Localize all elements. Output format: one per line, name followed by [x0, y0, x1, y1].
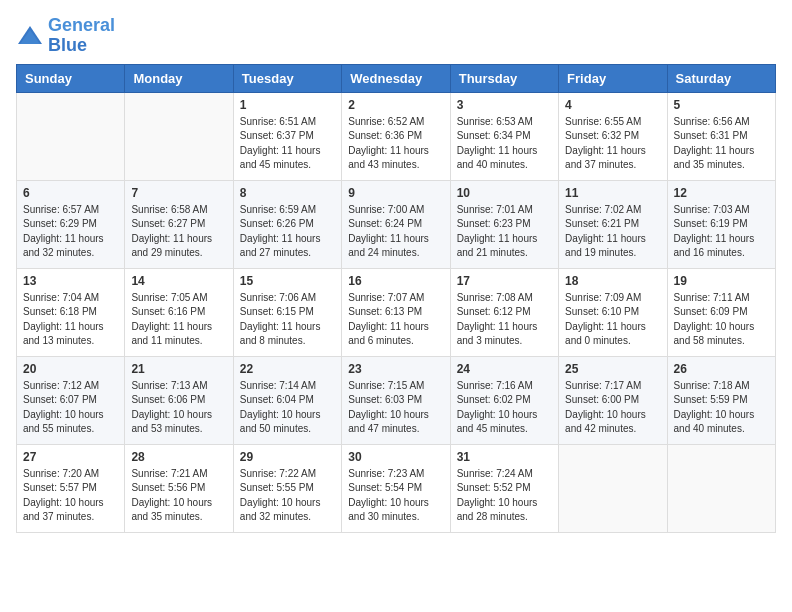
logo: General Blue — [16, 16, 115, 56]
day-info: Sunrise: 6:59 AMSunset: 6:26 PMDaylight:… — [240, 203, 335, 261]
day-info: Sunrise: 7:05 AMSunset: 6:16 PMDaylight:… — [131, 291, 226, 349]
day-number: 15 — [240, 274, 335, 288]
day-number: 12 — [674, 186, 769, 200]
day-info: Sunrise: 7:24 AMSunset: 5:52 PMDaylight:… — [457, 467, 552, 525]
calendar-cell: 14Sunrise: 7:05 AMSunset: 6:16 PMDayligh… — [125, 268, 233, 356]
page-header: General Blue — [16, 16, 776, 56]
day-number: 14 — [131, 274, 226, 288]
calendar-cell — [125, 92, 233, 180]
calendar-cell: 25Sunrise: 7:17 AMSunset: 6:00 PMDayligh… — [559, 356, 667, 444]
calendar-cell: 2Sunrise: 6:52 AMSunset: 6:36 PMDaylight… — [342, 92, 450, 180]
day-info: Sunrise: 7:15 AMSunset: 6:03 PMDaylight:… — [348, 379, 443, 437]
calendar-cell: 9Sunrise: 7:00 AMSunset: 6:24 PMDaylight… — [342, 180, 450, 268]
day-info: Sunrise: 7:02 AMSunset: 6:21 PMDaylight:… — [565, 203, 660, 261]
day-info: Sunrise: 6:55 AMSunset: 6:32 PMDaylight:… — [565, 115, 660, 173]
day-info: Sunrise: 6:52 AMSunset: 6:36 PMDaylight:… — [348, 115, 443, 173]
calendar-cell: 3Sunrise: 6:53 AMSunset: 6:34 PMDaylight… — [450, 92, 558, 180]
day-number: 29 — [240, 450, 335, 464]
calendar-cell: 12Sunrise: 7:03 AMSunset: 6:19 PMDayligh… — [667, 180, 775, 268]
day-info: Sunrise: 7:20 AMSunset: 5:57 PMDaylight:… — [23, 467, 118, 525]
calendar-cell: 13Sunrise: 7:04 AMSunset: 6:18 PMDayligh… — [17, 268, 125, 356]
day-number: 22 — [240, 362, 335, 376]
calendar-cell: 22Sunrise: 7:14 AMSunset: 6:04 PMDayligh… — [233, 356, 341, 444]
calendar-table: SundayMondayTuesdayWednesdayThursdayFrid… — [16, 64, 776, 533]
day-info: Sunrise: 7:04 AMSunset: 6:18 PMDaylight:… — [23, 291, 118, 349]
calendar-cell: 26Sunrise: 7:18 AMSunset: 5:59 PMDayligh… — [667, 356, 775, 444]
calendar-cell: 31Sunrise: 7:24 AMSunset: 5:52 PMDayligh… — [450, 444, 558, 532]
day-number: 28 — [131, 450, 226, 464]
day-number: 5 — [674, 98, 769, 112]
day-header-wednesday: Wednesday — [342, 64, 450, 92]
day-number: 13 — [23, 274, 118, 288]
day-number: 9 — [348, 186, 443, 200]
day-info: Sunrise: 7:06 AMSunset: 6:15 PMDaylight:… — [240, 291, 335, 349]
day-number: 3 — [457, 98, 552, 112]
day-info: Sunrise: 7:18 AMSunset: 5:59 PMDaylight:… — [674, 379, 769, 437]
day-number: 1 — [240, 98, 335, 112]
day-info: Sunrise: 6:57 AMSunset: 6:29 PMDaylight:… — [23, 203, 118, 261]
calendar-cell: 24Sunrise: 7:16 AMSunset: 6:02 PMDayligh… — [450, 356, 558, 444]
day-info: Sunrise: 7:22 AMSunset: 5:55 PMDaylight:… — [240, 467, 335, 525]
calendar-cell: 21Sunrise: 7:13 AMSunset: 6:06 PMDayligh… — [125, 356, 233, 444]
day-number: 8 — [240, 186, 335, 200]
day-info: Sunrise: 7:23 AMSunset: 5:54 PMDaylight:… — [348, 467, 443, 525]
day-info: Sunrise: 7:12 AMSunset: 6:07 PMDaylight:… — [23, 379, 118, 437]
calendar-cell: 11Sunrise: 7:02 AMSunset: 6:21 PMDayligh… — [559, 180, 667, 268]
calendar-cell: 16Sunrise: 7:07 AMSunset: 6:13 PMDayligh… — [342, 268, 450, 356]
day-info: Sunrise: 6:58 AMSunset: 6:27 PMDaylight:… — [131, 203, 226, 261]
calendar-week-row: 6Sunrise: 6:57 AMSunset: 6:29 PMDaylight… — [17, 180, 776, 268]
calendar-cell — [667, 444, 775, 532]
calendar-cell: 6Sunrise: 6:57 AMSunset: 6:29 PMDaylight… — [17, 180, 125, 268]
day-number: 21 — [131, 362, 226, 376]
calendar-cell: 7Sunrise: 6:58 AMSunset: 6:27 PMDaylight… — [125, 180, 233, 268]
calendar-cell: 4Sunrise: 6:55 AMSunset: 6:32 PMDaylight… — [559, 92, 667, 180]
day-number: 16 — [348, 274, 443, 288]
day-info: Sunrise: 7:11 AMSunset: 6:09 PMDaylight:… — [674, 291, 769, 349]
day-number: 2 — [348, 98, 443, 112]
day-info: Sunrise: 7:16 AMSunset: 6:02 PMDaylight:… — [457, 379, 552, 437]
day-info: Sunrise: 6:53 AMSunset: 6:34 PMDaylight:… — [457, 115, 552, 173]
day-info: Sunrise: 6:56 AMSunset: 6:31 PMDaylight:… — [674, 115, 769, 173]
calendar-cell: 30Sunrise: 7:23 AMSunset: 5:54 PMDayligh… — [342, 444, 450, 532]
day-header-monday: Monday — [125, 64, 233, 92]
calendar-cell: 23Sunrise: 7:15 AMSunset: 6:03 PMDayligh… — [342, 356, 450, 444]
day-info: Sunrise: 7:09 AMSunset: 6:10 PMDaylight:… — [565, 291, 660, 349]
day-number: 25 — [565, 362, 660, 376]
day-number: 24 — [457, 362, 552, 376]
calendar-cell: 27Sunrise: 7:20 AMSunset: 5:57 PMDayligh… — [17, 444, 125, 532]
day-number: 23 — [348, 362, 443, 376]
calendar-cell: 15Sunrise: 7:06 AMSunset: 6:15 PMDayligh… — [233, 268, 341, 356]
day-info: Sunrise: 7:00 AMSunset: 6:24 PMDaylight:… — [348, 203, 443, 261]
calendar-cell: 1Sunrise: 6:51 AMSunset: 6:37 PMDaylight… — [233, 92, 341, 180]
calendar-cell: 20Sunrise: 7:12 AMSunset: 6:07 PMDayligh… — [17, 356, 125, 444]
day-number: 6 — [23, 186, 118, 200]
day-info: Sunrise: 7:03 AMSunset: 6:19 PMDaylight:… — [674, 203, 769, 261]
day-info: Sunrise: 7:08 AMSunset: 6:12 PMDaylight:… — [457, 291, 552, 349]
day-info: Sunrise: 7:01 AMSunset: 6:23 PMDaylight:… — [457, 203, 552, 261]
day-header-friday: Friday — [559, 64, 667, 92]
day-number: 7 — [131, 186, 226, 200]
logo-text: General Blue — [48, 16, 115, 56]
day-header-tuesday: Tuesday — [233, 64, 341, 92]
calendar-week-row: 13Sunrise: 7:04 AMSunset: 6:18 PMDayligh… — [17, 268, 776, 356]
day-number: 30 — [348, 450, 443, 464]
day-info: Sunrise: 7:07 AMSunset: 6:13 PMDaylight:… — [348, 291, 443, 349]
day-number: 17 — [457, 274, 552, 288]
day-number: 11 — [565, 186, 660, 200]
day-info: Sunrise: 7:14 AMSunset: 6:04 PMDaylight:… — [240, 379, 335, 437]
calendar-cell: 29Sunrise: 7:22 AMSunset: 5:55 PMDayligh… — [233, 444, 341, 532]
day-header-sunday: Sunday — [17, 64, 125, 92]
calendar-cell: 19Sunrise: 7:11 AMSunset: 6:09 PMDayligh… — [667, 268, 775, 356]
day-number: 20 — [23, 362, 118, 376]
day-info: Sunrise: 7:21 AMSunset: 5:56 PMDaylight:… — [131, 467, 226, 525]
calendar-cell — [17, 92, 125, 180]
calendar-header-row: SundayMondayTuesdayWednesdayThursdayFrid… — [17, 64, 776, 92]
calendar-cell: 28Sunrise: 7:21 AMSunset: 5:56 PMDayligh… — [125, 444, 233, 532]
logo-icon — [16, 24, 44, 48]
day-info: Sunrise: 7:17 AMSunset: 6:00 PMDaylight:… — [565, 379, 660, 437]
calendar-cell — [559, 444, 667, 532]
day-number: 19 — [674, 274, 769, 288]
calendar-cell: 18Sunrise: 7:09 AMSunset: 6:10 PMDayligh… — [559, 268, 667, 356]
calendar-cell: 10Sunrise: 7:01 AMSunset: 6:23 PMDayligh… — [450, 180, 558, 268]
day-number: 31 — [457, 450, 552, 464]
